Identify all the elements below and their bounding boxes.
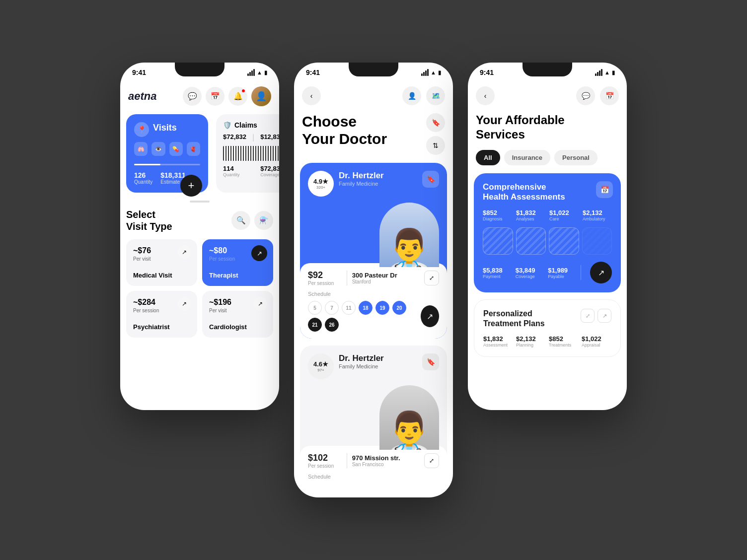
status-icons-1: ▲ ▮: [247, 69, 267, 76]
price-block-2: $102 Per session: [308, 453, 342, 469]
amount-assessment: $1,832 Assessment: [483, 335, 513, 348]
filter-personal[interactable]: Personal: [554, 150, 598, 165]
amount-appraisal: $1,022 Appraisal: [582, 335, 611, 348]
claims-bottom: 114 Quantity $72,832 Coverage: [223, 165, 279, 177]
search-icon-btn[interactable]: 🔍: [231, 211, 250, 230]
doctor-info-2: Dr. Hertzler Family Medicine: [339, 353, 417, 369]
map-icon-btn[interactable]: 🗺️: [426, 86, 445, 105]
bookmark-action-btn[interactable]: 🔖: [426, 113, 445, 132]
filter-action-btn[interactable]: ⇅: [426, 136, 445, 155]
bell-icon-btn[interactable]: 🔔: [228, 87, 247, 106]
date-11[interactable]: 11: [342, 301, 356, 315]
schedule-label-1: Schedule: [308, 291, 439, 297]
amount-ambulatory: $2,132 Ambulatory: [583, 209, 612, 221]
location-block-1: 300 Pasteur Dr Stanford: [352, 272, 419, 284]
bottom-amounts: $5,838 Payment $3,849 Coverage $1,989 Pa…: [483, 267, 577, 279]
expand-btn-1[interactable]: ⤢: [424, 271, 439, 285]
signal-icon-1: [247, 69, 255, 76]
doctor-top-1: 4.9★ 320+ Dr. Hertzler Family Medicine 🔖: [308, 171, 439, 197]
user-icon-btn[interactable]: 👤: [402, 86, 421, 105]
separator-1: [190, 201, 210, 203]
visits-progress-bar: [134, 164, 160, 165]
phone-1: 9:41 ▲ ▮ aetna 💬 📅 🔔: [120, 63, 279, 410]
claims-card[interactable]: 🛡️ Claims $72,832 | $12,832 114 Quantity…: [216, 114, 279, 193]
status-time-1: 9:41: [132, 69, 146, 76]
service-card-2[interactable]: PersonalizedTreatment Plans ⤢ ↗ $1,832 A…: [474, 299, 621, 356]
filter-insurance[interactable]: Insurance: [504, 150, 550, 165]
visit-card-therapist[interactable]: ↗ ~$80 Per session Therapist: [202, 239, 273, 286]
resize-btn-1[interactable]: ⤢: [581, 309, 595, 323]
status-time-2: 9:41: [306, 69, 320, 76]
cal-btn-service[interactable]: 📅: [596, 181, 613, 198]
amount-payable: $1,989 Payable: [548, 267, 577, 279]
bookmark-btn-1[interactable]: 🔖: [422, 171, 439, 188]
schedule-label-2: Schedule: [308, 474, 439, 480]
chat-btn-3[interactable]: 💬: [576, 86, 595, 105]
v-icon-2: 👁️: [151, 142, 165, 156]
page-title-2: ChooseYour Doctor: [302, 113, 387, 147]
service-card-1[interactable]: ComprehensiveHealth Assessments 📅 $852 D…: [474, 173, 621, 293]
service-card2-header: PersonalizedTreatment Plans ⤢ ↗: [483, 309, 611, 328]
visit-card-medical[interactable]: ↗ ~$76 Per visit Medical Visit: [126, 239, 197, 286]
title-actions: 🔖 ⇅: [426, 113, 445, 155]
status-time-3: 9:41: [480, 69, 494, 76]
date-18[interactable]: 18: [359, 301, 373, 315]
date-26[interactable]: 26: [325, 318, 339, 332]
chat-icon-btn[interactable]: 💬: [183, 87, 202, 106]
amount-diagnosis: $852 Diagnosis: [483, 209, 512, 221]
page-title-row: ChooseYour Doctor 🔖 ⇅: [294, 113, 453, 163]
hatch-2: [516, 227, 546, 255]
back-btn-3[interactable]: ‹: [476, 86, 495, 105]
resize-btn-2[interactable]: ↗: [598, 309, 611, 323]
add-button[interactable]: +: [180, 175, 202, 197]
bookmark-btn-2[interactable]: 🔖: [422, 353, 439, 370]
date-20[interactable]: 20: [392, 301, 406, 315]
date-21[interactable]: 21: [308, 318, 322, 332]
phone1-header: aetna 💬 📅 🔔 👤: [120, 80, 279, 114]
filter-all[interactable]: All: [476, 150, 500, 165]
visits-progress: [134, 164, 200, 165]
amounts-top: $852 Diagnosis $1,832 Analyses $1,022 Ca…: [483, 209, 612, 221]
back-btn[interactable]: ‹: [302, 86, 321, 105]
date-5[interactable]: 5: [308, 301, 322, 315]
claims-quantity: 114 Quantity: [223, 165, 240, 177]
phone3-nav: ‹ 💬 📅: [468, 80, 627, 113]
date-7[interactable]: 7: [325, 301, 339, 315]
status-icons-3: ▲ ▮: [595, 69, 615, 76]
visit-card-psychiatrist[interactable]: ↗ ~$284 Per session Psychiatrist: [126, 291, 197, 338]
user-avatar[interactable]: 👤: [251, 86, 271, 106]
visits-label: Visits: [153, 123, 177, 133]
phone-2: 9:41 ▲ ▮ ‹ 👤 🗺️ ChooseYour Docto: [294, 63, 453, 497]
doctor-image-area-2: [308, 385, 439, 450]
hatch-1: [483, 227, 513, 255]
battery-icon-1: ▮: [264, 70, 267, 76]
amount-coverage: $3,849 Coverage: [516, 267, 544, 279]
claims-coverage: $72,832 Coverage: [260, 165, 279, 177]
cal-btn-3[interactable]: 📅: [600, 86, 619, 105]
hatch-4: [582, 227, 612, 255]
doctor-card-1[interactable]: 4.9★ 320+ Dr. Hertzler Family Medicine 🔖…: [300, 163, 447, 339]
resize-btns: ⤢ ↗: [581, 309, 611, 323]
claims-label: Claims: [234, 121, 257, 129]
go-btn-1[interactable]: ↗: [421, 305, 439, 327]
claims-amounts: $72,832 | $12,832: [223, 133, 279, 142]
signal-icon-2: [421, 69, 429, 76]
service-title-1: ComprehensiveHealth Assessments: [483, 182, 612, 203]
shield-icon: 🛡️: [223, 121, 231, 129]
notification-dot: [241, 89, 245, 93]
date-19[interactable]: 19: [375, 301, 389, 315]
divider: [581, 265, 581, 280]
claims-header: 🛡️ Claims: [223, 121, 279, 129]
visits-header: 📍 Visits: [134, 122, 200, 137]
filter-icon-btn[interactable]: ⚗️: [254, 211, 273, 230]
visit-card-cardiologist[interactable]: ↗ ~$196 Per visit Cardiologist: [202, 291, 273, 338]
doctor-card-2[interactable]: 4.6★ 97+ Dr. Hertzler Family Medicine 🔖 …: [300, 346, 447, 490]
calendar-icon-btn[interactable]: 📅: [206, 87, 224, 106]
doctor-bottom-1: $92 Per session 300 Pasteur Dr Stanford …: [300, 263, 447, 339]
battery-icon-2: ▮: [438, 70, 441, 76]
rating-badge-1: 4.9★ 320+: [308, 171, 334, 197]
go-btn-service[interactable]: ↗: [590, 262, 612, 283]
visits-card[interactable]: 📍 Visits 🫁 👁️ 💊 🫀 126 Quantity: [126, 114, 208, 193]
expand-btn-2[interactable]: ⤢: [424, 453, 439, 468]
price-row-2: $102 Per session 970 Mission str. San Fr…: [308, 453, 439, 469]
